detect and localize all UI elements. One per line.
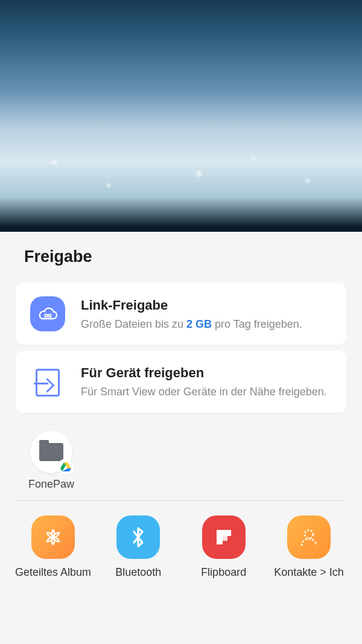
- app-share-row: Geteiltes Album Bluetooth Flipboard: [0, 501, 362, 585]
- app-contacts[interactable]: Kontakte > Ich: [267, 515, 351, 579]
- device-share-title: Für Gerät freigeben: [81, 365, 332, 381]
- cloud-link-icon: [30, 296, 65, 331]
- svg-point-9: [305, 530, 313, 538]
- device-arrow-icon: [30, 364, 65, 399]
- app-flipboard[interactable]: Flipboard: [182, 515, 266, 579]
- svg-rect-7: [223, 530, 231, 536]
- app-label: Bluetooth: [115, 566, 161, 579]
- link-share-title: Link-Freigabe: [81, 298, 332, 313]
- device-share-card[interactable]: Für Gerät freigeben Für Smart View oder …: [16, 351, 346, 412]
- svg-rect-8: [223, 536, 227, 541]
- app-label: Geteiltes Album: [15, 566, 91, 579]
- app-label: Kontakte > Ich: [274, 566, 344, 579]
- target-label: FonePaw: [28, 478, 74, 491]
- flipboard-icon: [202, 515, 246, 559]
- flower-icon: [31, 515, 75, 559]
- device-share-subtitle: Für Smart View oder Geräte in der Nähe f…: [81, 384, 332, 399]
- link-share-subtitle: Große Dateien bis zu 2 GB pro Tag freige…: [81, 317, 332, 331]
- google-drive-badge-icon: [58, 459, 74, 474]
- share-sheet: Freigabe Link-Freigabe Große Dateien bis…: [0, 232, 362, 585]
- app-label: Flipboard: [201, 566, 246, 579]
- link-share-card[interactable]: Link-Freigabe Große Dateien bis zu 2 GB …: [16, 283, 346, 345]
- direct-share-targets: FonePaw: [0, 419, 362, 500]
- app-bluetooth[interactable]: Bluetooth: [96, 515, 180, 579]
- svg-rect-6: [217, 530, 223, 544]
- person-icon: [287, 515, 331, 559]
- image-preview: [0, 0, 362, 232]
- app-shared-album[interactable]: Geteiltes Album: [11, 515, 95, 579]
- sheet-title: Freigabe: [0, 232, 362, 277]
- bluetooth-icon: [116, 515, 160, 559]
- direct-share-target[interactable]: FonePaw: [24, 431, 78, 491]
- folder-icon: [30, 431, 72, 473]
